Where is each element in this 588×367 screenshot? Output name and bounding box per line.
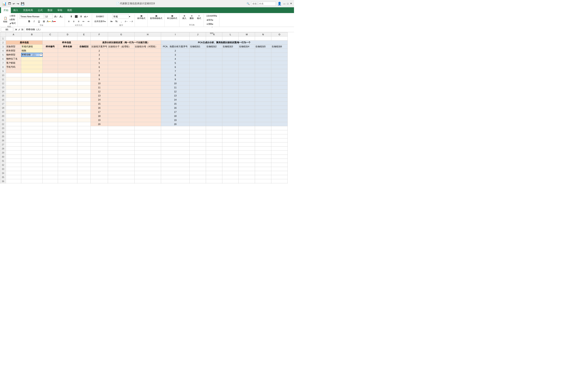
cell-H19[interactable] [135, 110, 161, 114]
cell-F22[interactable]: 20 [91, 122, 108, 126]
cell-H20[interactable] [135, 114, 161, 118]
col-header-N[interactable]: N [255, 33, 271, 36]
cell-K16[interactable] [206, 98, 222, 102]
cell-D13[interactable] [58, 85, 77, 90]
cell-H22[interactable] [135, 122, 161, 126]
cell-J1[interactable] [190, 36, 206, 41]
cell-H4[interactable] [135, 49, 161, 53]
cell-O1[interactable] [271, 36, 288, 41]
cell-O7[interactable] [271, 61, 288, 65]
font-name-input[interactable] [19, 14, 44, 19]
insert-cells-button[interactable]: ⊕ 插入 [181, 14, 188, 20]
increase-font-button[interactable]: A↑ [54, 14, 58, 19]
cell-A15[interactable] [6, 94, 21, 98]
cell-J12[interactable] [190, 81, 206, 85]
cell-H7[interactable] [135, 61, 161, 65]
delete-cells-button[interactable]: ⊖ 删除 [189, 14, 195, 20]
auto-sum-button[interactable]: Σ 自动求和 ▾ [206, 14, 217, 17]
align-right-button[interactable]: ≡ [76, 19, 81, 24]
cell-A17[interactable] [6, 102, 21, 106]
undo-icon[interactable]: ↩ [13, 2, 15, 5]
cell-B18[interactable] [21, 106, 43, 110]
cell-L8[interactable] [222, 65, 239, 69]
tab-view[interactable]: 视图 [65, 7, 75, 13]
cell-A13[interactable] [6, 85, 21, 90]
cell-O10[interactable] [271, 73, 288, 77]
cell-D12[interactable] [58, 81, 77, 85]
cell-E7[interactable] [77, 61, 91, 65]
cell-F1[interactable] [91, 36, 108, 41]
align-middle-button[interactable]: ⬛ [74, 14, 78, 19]
col-header-J[interactable]: J [190, 33, 206, 36]
col-header-H[interactable]: H [135, 33, 161, 36]
cell-I9[interactable]: 7 [161, 69, 190, 73]
cell-M3[interactable]: 生物组别4 [239, 45, 255, 49]
cell-A8[interactable]: 手机号码 [6, 65, 21, 69]
cell-B5[interactable]: 脊椎动物（人）▾ [21, 53, 43, 57]
cell-A18[interactable] [6, 106, 21, 110]
cell-F20[interactable]: 18 [91, 114, 108, 118]
cell-G3[interactable]: 比较组分子（处理组） [108, 45, 135, 49]
cell-L17[interactable] [222, 102, 239, 106]
cell-J21[interactable] [190, 118, 206, 122]
cell-B13[interactable] [21, 85, 43, 90]
cell-I17[interactable]: 15 [161, 102, 190, 106]
cell-D5[interactable] [58, 53, 77, 57]
cell-F19[interactable]: 17 [91, 110, 108, 114]
cell-J3[interactable]: 生物组别1 [190, 45, 206, 49]
cell-N19[interactable] [255, 110, 271, 114]
decrease-decimal-button[interactable]: ←.0 [129, 19, 133, 24]
cell-B12[interactable] [21, 81, 43, 85]
cell-C1[interactable] [43, 36, 58, 41]
font-color-button[interactable]: A [52, 19, 56, 24]
cell-M12[interactable] [239, 81, 255, 85]
cell-K6[interactable] [206, 57, 222, 61]
cell-L16[interactable] [222, 98, 239, 102]
cell-G13[interactable] [108, 85, 135, 90]
cell-M11[interactable] [239, 77, 255, 81]
cell-O13[interactable] [271, 85, 288, 90]
cell-I13[interactable]: 11 [161, 85, 190, 90]
cell-A3[interactable]: 实验类型 [6, 45, 21, 49]
cell-G12[interactable] [108, 81, 135, 85]
cell-E21[interactable] [77, 118, 91, 122]
cell-O14[interactable] [271, 90, 288, 94]
cell-E15[interactable] [77, 94, 91, 98]
tab-home[interactable]: 开始 [1, 7, 11, 13]
cell-J15[interactable] [190, 94, 206, 98]
cell-I10[interactable]: 8 [161, 73, 190, 77]
merge-center-button[interactable]: 合并后居中 ▾ [94, 19, 106, 24]
cell-N9[interactable] [255, 69, 271, 73]
cell-E9[interactable] [77, 69, 91, 73]
cell-D9[interactable] [58, 69, 77, 73]
format-painter-button[interactable]: 🖌 格式 [9, 22, 16, 25]
cell-A7[interactable]: 客户邮箱 [6, 61, 21, 65]
cell-E8[interactable] [77, 65, 91, 69]
cell-J8[interactable] [190, 65, 206, 69]
cell-M4[interactable] [239, 49, 255, 53]
border-button[interactable]: ⊞ [42, 19, 46, 24]
cell-J9[interactable] [190, 69, 206, 73]
cell-K7[interactable] [206, 61, 222, 65]
cell-L3[interactable]: 生物组别3 [222, 45, 239, 49]
cell-K17[interactable] [206, 102, 222, 106]
cell-O3[interactable]: 生物组别6 [271, 45, 288, 49]
cell-E20[interactable] [77, 114, 91, 118]
cell-I12[interactable]: 10 [161, 81, 190, 85]
cell-M9[interactable] [239, 69, 255, 73]
cell-G6[interactable] [108, 57, 135, 61]
tab-insert[interactable]: 插入 [11, 7, 21, 13]
cell-O20[interactable] [271, 114, 288, 118]
cell-M19[interactable] [239, 110, 255, 114]
cell-M1[interactable] [239, 36, 255, 41]
cell-G9[interactable] [108, 69, 135, 73]
cell-G19[interactable] [108, 110, 135, 114]
indent-increase-button[interactable]: ⇒ [86, 19, 91, 24]
cell-D17[interactable] [58, 102, 77, 106]
cell-A12[interactable] [6, 81, 21, 85]
cell-N10[interactable] [255, 73, 271, 77]
cell-O18[interactable] [271, 106, 288, 110]
cell-L22[interactable] [222, 122, 239, 126]
cell-A14[interactable] [6, 90, 21, 94]
cell-E19[interactable] [77, 110, 91, 114]
